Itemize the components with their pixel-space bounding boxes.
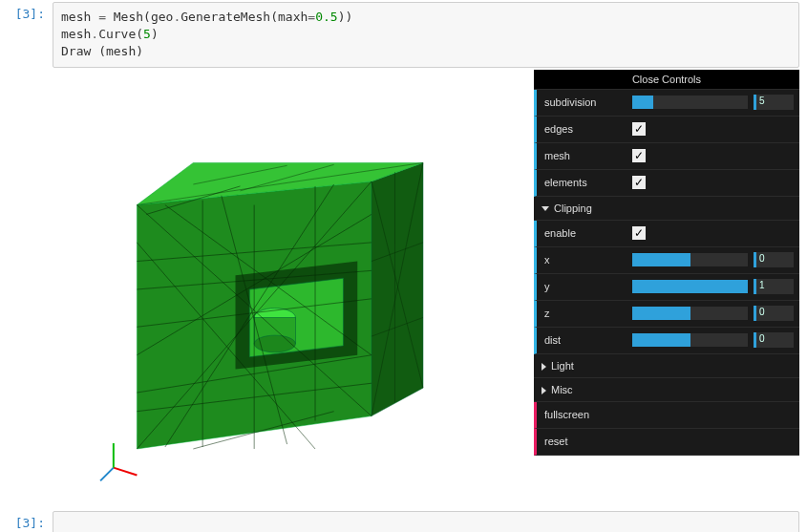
clip-x-label: x [537, 254, 632, 266]
clip-x-value[interactable]: 0 [754, 252, 794, 267]
chevron-right-icon [542, 363, 546, 371]
clip-x-row: x 0 [534, 247, 799, 274]
clipping-section[interactable]: Clipping [534, 197, 799, 221]
mesh-row: mesh ✓ [534, 143, 799, 170]
edges-checkbox[interactable]: ✓ [632, 122, 646, 136]
chevron-right-icon [542, 387, 546, 394]
svg-line-1 [100, 467, 114, 480]
input-cell-empty: [3]: [0, 511, 807, 532]
clip-y-row: y 1 [534, 274, 799, 301]
mesh-checkbox[interactable]: ✓ [632, 149, 646, 162]
clip-z-row: z 0 [534, 301, 799, 328]
subdivision-label: subdivision [537, 96, 632, 108]
subdivision-row: subdivision 5 [534, 90, 799, 117]
code-line-2: mesh.Curve(5) [61, 26, 791, 43]
clip-dist-value[interactable]: 0 [754, 332, 794, 348]
elements-label: elements [537, 177, 632, 188]
subdivision-value[interactable]: 5 [754, 95, 794, 110]
clip-enable-checkbox[interactable]: ✓ [632, 226, 646, 240]
clip-y-value[interactable]: 1 [754, 279, 794, 294]
clip-z-label: z [537, 308, 632, 319]
code-line-3: Draw (mesh) [61, 43, 791, 60]
mesh-viewer[interactable] [53, 70, 475, 509]
output-prompt [0, 70, 53, 509]
reset-button[interactable]: reset [534, 429, 799, 456]
elements-row: elements ✓ [534, 170, 799, 197]
code-input[interactable]: mesh = Mesh(geo.GenerateMesh(maxh=0.5)) … [53, 2, 799, 68]
elements-checkbox[interactable]: ✓ [632, 176, 646, 189]
subdivision-slider[interactable] [632, 96, 748, 109]
clip-x-slider[interactable] [632, 253, 748, 266]
clip-dist-row: dist 0 [534, 328, 799, 354]
mesh-label: mesh [537, 150, 632, 161]
clip-dist-slider[interactable] [632, 333, 748, 347]
svg-line-0 [114, 467, 138, 475]
mesh-cube [137, 162, 423, 449]
input-cell: [3]: mesh = Mesh(geo.GenerateMesh(maxh=0… [0, 2, 807, 68]
input-prompt: [3]: [0, 511, 53, 532]
axis-gizmo-icon [100, 443, 137, 480]
output-area: Close Controls subdivision 5 edges ✓ mes… [53, 70, 799, 509]
misc-section[interactable]: Misc [534, 378, 799, 402]
controls-panel: Close Controls subdivision 5 edges ✓ mes… [534, 70, 799, 456]
input-prompt: [3]: [0, 2, 53, 68]
clip-z-value[interactable]: 0 [754, 306, 794, 321]
clip-dist-label: dist [537, 334, 632, 346]
clip-enable-label: enable [537, 227, 632, 239]
clip-z-slider[interactable] [632, 307, 748, 320]
light-section[interactable]: Light [534, 354, 799, 378]
close-controls-button[interactable]: Close Controls [534, 70, 799, 90]
edges-label: edges [537, 123, 632, 135]
output-cell: Close Controls subdivision 5 edges ✓ mes… [0, 70, 807, 509]
code-line-1: mesh = Mesh(geo.GenerateMesh(maxh=0.5)) [61, 9, 791, 26]
clip-y-label: y [537, 281, 632, 292]
clip-enable-row: enable ✓ [534, 221, 799, 247]
edges-row: edges ✓ [534, 117, 799, 143]
clip-y-slider[interactable] [632, 280, 748, 293]
mesh-svg [53, 70, 475, 509]
code-input-empty[interactable] [53, 511, 799, 532]
chevron-down-icon [542, 206, 549, 211]
fullscreen-button[interactable]: fullscreen [534, 402, 799, 429]
